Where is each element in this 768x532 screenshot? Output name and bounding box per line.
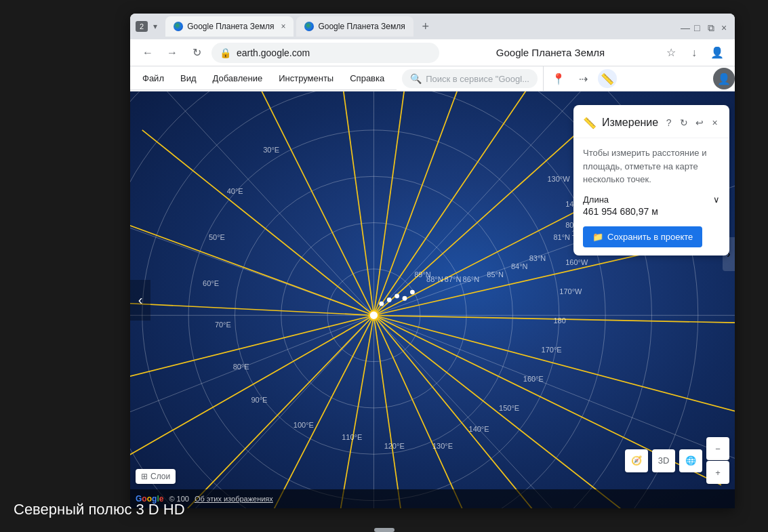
svg-line-24 bbox=[373, 115, 597, 315]
tab-1-label: Google Планета Земля bbox=[187, 22, 274, 31]
layers-button[interactable]: ⊞ Слои bbox=[136, 469, 176, 484]
profile-icon: 👤 bbox=[710, 46, 724, 59]
svg-line-36 bbox=[165, 315, 374, 508]
bookmark-button[interactable]: ☆ bbox=[662, 43, 681, 62]
tab-controls: — □ ⧉ × bbox=[681, 22, 729, 30]
panel-help-button[interactable]: ? bbox=[664, 113, 674, 132]
left-arrow-button[interactable]: ‹ bbox=[130, 280, 150, 321]
undo-icon: ↩ bbox=[695, 117, 704, 128]
compass-icon: 🧭 bbox=[631, 455, 642, 466]
tab-2-label: Google Планета Земля bbox=[318, 22, 405, 31]
svg-point-46 bbox=[387, 298, 392, 302]
address-input[interactable]: 🔒 earth.google.com bbox=[211, 43, 439, 63]
address-bar: ← → ↻ 🔒 earth.google.com Google Планета … bbox=[130, 39, 735, 66]
download-icon: ↓ bbox=[691, 47, 697, 59]
panel-refresh-button[interactable]: ↻ bbox=[679, 113, 689, 132]
svg-point-44 bbox=[395, 293, 399, 298]
panel-header: 📏 Измерение ? ↻ ↩ × bbox=[573, 105, 729, 138]
menu-view[interactable]: Вид bbox=[174, 70, 203, 86]
length-label: Длина bbox=[583, 195, 609, 205]
tab-1[interactable]: Google Планета Земля × bbox=[165, 16, 294, 37]
toolbar-right: ☆ ↓ 👤 bbox=[662, 43, 727, 62]
user-avatar[interactable]: 👤 bbox=[713, 68, 735, 89]
search-bar: 🔍 Поиск в сервисе "Googl... bbox=[397, 66, 544, 91]
zoom-out-button[interactable]: − bbox=[706, 437, 729, 460]
avatar-icon: 👤 bbox=[717, 73, 731, 85]
menu-add[interactable]: Добавление bbox=[206, 70, 270, 86]
search-input-box[interactable]: 🔍 Поиск в сервисе "Googl... bbox=[402, 69, 538, 88]
svg-line-40 bbox=[130, 207, 373, 315]
toolbar-tools: 📍 ⇢ 📏 bbox=[549, 69, 617, 88]
back-icon: ← bbox=[142, 47, 153, 59]
profile-button[interactable]: 👤 bbox=[708, 43, 727, 62]
search-icon: 🔍 bbox=[410, 73, 422, 84]
svg-line-23 bbox=[373, 91, 535, 315]
svg-line-28 bbox=[373, 315, 735, 415]
panel-close-button[interactable]: × bbox=[710, 113, 720, 132]
restore-button[interactable]: ⧉ bbox=[708, 22, 716, 30]
save-btn-label: Сохранить в проекте bbox=[607, 232, 693, 242]
browser-window: 2 ▾ Google Планета Земля × Google Планет… bbox=[130, 14, 735, 508]
tab-2[interactable]: Google Планета Земля bbox=[296, 16, 413, 37]
svg-line-35 bbox=[243, 315, 374, 508]
zoom-in-button[interactable]: + bbox=[706, 461, 729, 484]
search-placeholder: Поиск в сервисе "Googl... bbox=[426, 74, 529, 84]
save-to-project-button[interactable]: 📁 Сохранить в проекте bbox=[583, 226, 702, 247]
svg-point-45 bbox=[410, 290, 415, 295]
address-text: earth.google.com bbox=[237, 47, 431, 58]
tab-chevron-icon[interactable]: ▾ bbox=[153, 22, 157, 31]
menu-help[interactable]: Справка bbox=[343, 70, 391, 86]
bookmark-icon: ☆ bbox=[666, 46, 676, 59]
tab-1-close[interactable]: × bbox=[281, 22, 285, 31]
new-tab-button[interactable]: + bbox=[416, 17, 435, 36]
download-button[interactable]: ↓ bbox=[685, 43, 704, 62]
3d-button[interactable]: 3D bbox=[652, 449, 675, 472]
tab-counter[interactable]: 2 bbox=[136, 21, 148, 32]
menu-file[interactable]: Файл bbox=[136, 70, 171, 86]
globe-view-button[interactable]: 🌐 bbox=[679, 449, 702, 472]
length-value: 461 954 680,97 м bbox=[583, 206, 720, 217]
svg-line-15 bbox=[130, 315, 373, 477]
svg-line-20 bbox=[336, 91, 374, 315]
svg-line-33 bbox=[373, 315, 412, 508]
map-canvas: 30°E 40°E 50°E 60°E 70°E 80°E 90°E 100°E… bbox=[130, 91, 735, 508]
svg-point-48 bbox=[403, 296, 407, 301]
reload-icon: ↻ bbox=[193, 46, 201, 59]
tab-bar: 2 ▾ Google Планета Земля × Google Планет… bbox=[130, 14, 735, 39]
menu-tools[interactable]: Инструменты bbox=[272, 70, 340, 86]
save-btn-icon: 📁 bbox=[592, 232, 603, 242]
close-icon: × bbox=[712, 117, 718, 128]
minimize-button[interactable]: — bbox=[681, 22, 689, 30]
panel-ruler-icon: 📏 bbox=[583, 117, 597, 129]
forward-button[interactable]: → bbox=[163, 43, 182, 62]
page-caption: Северный полюс 3 D HD bbox=[14, 501, 185, 518]
map-area[interactable]: 30°E 40°E 50°E 60°E 70°E 80°E 90°E 100°E… bbox=[130, 91, 735, 508]
map-controls: 🧭 3D 🌐 − + bbox=[625, 437, 729, 484]
path-tool[interactable]: ⇢ bbox=[573, 69, 592, 88]
svg-line-27 bbox=[373, 315, 735, 323]
images-link[interactable]: Об этих изображениях bbox=[195, 495, 273, 503]
panel-body: Чтобы измерить расстояние и площадь, отм… bbox=[573, 138, 729, 255]
ruler-tool[interactable]: 📏 bbox=[598, 69, 617, 88]
layers-icon: ⊞ bbox=[141, 472, 148, 481]
svg-line-18 bbox=[130, 91, 373, 315]
close-button[interactable]: × bbox=[721, 22, 729, 30]
panel-undo-button[interactable]: ↩ bbox=[695, 113, 705, 132]
maximize-button[interactable]: □ bbox=[694, 22, 702, 30]
svg-line-32 bbox=[373, 315, 497, 508]
panel-description: Чтобы измерить расстояние и площадь, отм… bbox=[583, 146, 720, 186]
layers-label: Слои bbox=[150, 472, 170, 481]
refresh-icon: ↻ bbox=[680, 117, 688, 128]
length-dropdown-icon[interactable]: ∨ bbox=[713, 195, 720, 205]
svg-line-19 bbox=[243, 91, 374, 315]
back-button[interactable]: ← bbox=[138, 43, 157, 62]
tab-2-favicon bbox=[304, 22, 314, 31]
reload-button[interactable]: ↻ bbox=[187, 43, 206, 62]
svg-point-47 bbox=[379, 302, 384, 306]
panel-length-row: Длина ∨ bbox=[583, 195, 720, 205]
location-tool[interactable]: 📍 bbox=[549, 69, 568, 88]
svg-line-21 bbox=[373, 91, 412, 315]
forward-icon: → bbox=[167, 47, 178, 59]
bottom-bar: Google © 100 Об этих изображениях bbox=[130, 489, 735, 508]
compass-button[interactable]: 🧭 bbox=[625, 449, 648, 472]
